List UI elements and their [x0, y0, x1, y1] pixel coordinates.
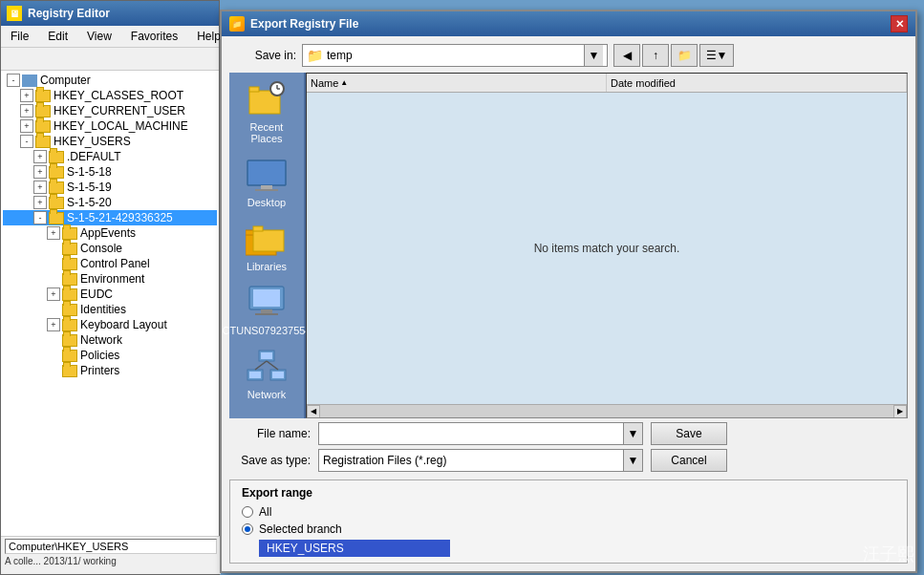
tree-toggle-kb[interactable]: +: [47, 318, 60, 331]
branch-value: HKEY_USERS: [259, 540, 450, 557]
menu-file[interactable]: File: [5, 28, 34, 45]
tree-item-printers[interactable]: Printers: [3, 363, 217, 378]
tree-toggle-s19[interactable]: +: [33, 181, 47, 194]
svg-rect-8: [255, 189, 278, 191]
tree-item-controlpanel[interactable]: Control Panel: [3, 256, 217, 271]
registry-editor-window: 🖥 Registry Editor File Edit View Favorit…: [0, 0, 220, 575]
radio-all[interactable]: [242, 506, 253, 518]
col-modified[interactable]: Date modified: [607, 74, 907, 92]
folder-icon-id: [62, 304, 77, 316]
scroll-track[interactable]: [320, 405, 893, 417]
tree-label-s21: S-1-5-21-429336325: [67, 211, 173, 224]
svg-rect-5: [247, 160, 286, 185]
tree-item-hkcu[interactable]: + HKEY_CURRENT_USER: [3, 103, 217, 118]
scroll-left[interactable]: ◀: [307, 405, 320, 418]
watermark: 汪子熙: [863, 543, 914, 565]
horizontal-scrollbar[interactable]: ◀ ▶: [307, 404, 907, 417]
tree-item-s21[interactable]: - S-1-5-21-429336325: [3, 210, 217, 225]
tree-item-identities[interactable]: Identities: [3, 302, 217, 317]
close-button[interactable]: ✕: [891, 15, 908, 32]
svg-line-23: [255, 361, 267, 370]
save-in-value: temp: [327, 49, 584, 62]
view-button[interactable]: ☰▼: [699, 44, 734, 67]
tree-toggle-s21[interactable]: -: [33, 211, 47, 224]
radio-selected-branch[interactable]: [242, 523, 253, 535]
tree-item-hku[interactable]: - HKEY_USERS: [3, 134, 217, 149]
tree-toggle-computer[interactable]: -: [7, 74, 20, 87]
folder-icon-cp: [62, 258, 77, 270]
scroll-right[interactable]: ▶: [893, 405, 907, 418]
tree-toggle-hku[interactable]: -: [20, 135, 33, 148]
tree-item-env[interactable]: Environment: [3, 271, 217, 287]
save-as-type-value: Registration Files (*.reg): [323, 454, 619, 467]
save-as-type-combo[interactable]: Registration Files (*.reg): [318, 449, 624, 472]
folder-icon-net: [62, 334, 77, 347]
folder-icon-hku: [35, 136, 51, 148]
desktop-icon: [246, 156, 288, 194]
save-in-combo[interactable]: 📁 temp ▼: [302, 44, 608, 67]
tree-item-appevents[interactable]: + AppEvents: [3, 225, 217, 241]
place-label-network: Network: [247, 389, 286, 400]
main-area: Recent Places Desktop: [229, 73, 908, 418]
svg-line-24: [267, 361, 278, 370]
radio-selected-row: Selected branch: [242, 522, 895, 536]
col-name[interactable]: Name ▲: [307, 74, 607, 92]
tree-item-keyboard[interactable]: + Keyboard Layout: [3, 317, 217, 332]
place-computer[interactable]: CTUNS079237554: [234, 284, 299, 336]
tree-item-policies[interactable]: Policies: [3, 348, 217, 363]
folder-icon-s19: [49, 181, 64, 194]
tree-item-eudc[interactable]: + EUDC: [3, 287, 217, 302]
export-range: Export range All Selected branch HKEY_US…: [229, 479, 908, 564]
cancel-button[interactable]: Cancel: [651, 449, 727, 472]
save-as-type-dropdown[interactable]: ▼: [624, 449, 643, 472]
tree-item-s19[interactable]: + S-1-5-19: [3, 180, 217, 195]
tree-label-s19: S-1-5-19: [67, 181, 112, 194]
file-name-dropdown[interactable]: ▼: [624, 422, 643, 445]
svg-rect-22: [272, 372, 284, 378]
save-in-dropdown-arrow[interactable]: ▼: [584, 45, 603, 66]
menu-edit[interactable]: Edit: [42, 28, 74, 45]
tree-label-hklm: HKEY_LOCAL_MACHINE: [54, 119, 188, 133]
tree-label-kb: Keyboard Layout: [80, 318, 167, 331]
tree-item-hklm[interactable]: + HKEY_LOCAL_MACHINE: [3, 118, 217, 134]
folder-icon-hklm: [35, 120, 51, 133]
tree-toggle-hkcu[interactable]: +: [20, 104, 33, 117]
tree-toggle-hkcr[interactable]: +: [20, 89, 33, 102]
tree-item-network[interactable]: Network: [3, 332, 217, 348]
registry-tree[interactable]: - Computer + HKEY_CLASSES_ROOT + HKEY_CU…: [1, 71, 219, 572]
menu-favorites[interactable]: Favorites: [125, 28, 183, 45]
save-in-row: Save in: 📁 temp ▼ ◀ ↑ 📁 ☰▼: [229, 44, 908, 67]
computer-icon-place: [246, 284, 288, 322]
tree-item-hkcr[interactable]: + HKEY_CLASSES_ROOT: [3, 88, 217, 103]
registry-titlebar: 🖥 Registry Editor: [1, 1, 219, 26]
export-body: Save in: 📁 temp ▼ ◀ ↑ 📁 ☰▼: [222, 36, 915, 571]
tree-toggle-appevents[interactable]: +: [47, 226, 60, 240]
save-button[interactable]: Save: [651, 422, 727, 445]
tree-item-console[interactable]: Console: [3, 241, 217, 256]
tree-toggle-hklm[interactable]: +: [20, 119, 33, 133]
place-recent-places[interactable]: Recent Places: [234, 80, 299, 144]
tree-label-appevents: AppEvents: [80, 226, 136, 240]
tree-item-computer[interactable]: - Computer: [3, 73, 217, 88]
file-name-input[interactable]: [318, 422, 624, 445]
registry-toolbar: [1, 48, 219, 71]
new-folder-button[interactable]: 📁: [671, 44, 698, 67]
back-button[interactable]: ◀: [613, 44, 640, 67]
menu-view[interactable]: View: [81, 28, 118, 45]
place-desktop[interactable]: Desktop: [234, 156, 299, 208]
tree-item-s20[interactable]: + S-1-5-20: [3, 195, 217, 210]
tree-label-net: Network: [80, 333, 122, 347]
tree-toggle-s18[interactable]: +: [33, 165, 47, 179]
toolbar-buttons: ◀ ↑ 📁 ☰▼: [613, 44, 734, 67]
up-button[interactable]: ↑: [642, 44, 669, 67]
place-network[interactable]: Network: [234, 348, 299, 400]
tree-toggle-eudc[interactable]: +: [47, 288, 60, 301]
tree-toggle-s20[interactable]: +: [33, 196, 47, 209]
titlebar-left: 📁 Export Registry File: [229, 16, 358, 32]
tree-item-s18[interactable]: + S-1-5-18: [3, 164, 217, 180]
tree-label-default: .DEFAULT: [67, 150, 120, 163]
tree-toggle-default[interactable]: +: [33, 150, 47, 163]
place-libraries[interactable]: Libraries: [234, 220, 299, 272]
tree-item-default[interactable]: + .DEFAULT: [3, 149, 217, 164]
svg-rect-1: [249, 87, 259, 92]
